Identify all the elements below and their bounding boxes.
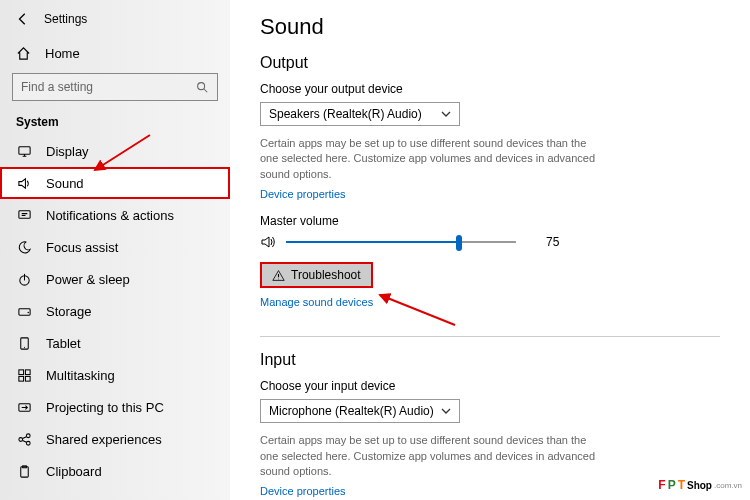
output-heading: Output [260,54,720,72]
master-volume-label: Master volume [260,214,720,228]
sound-icon [260,234,276,250]
sidebar-item-storage[interactable]: Storage [0,295,230,327]
display-icon [16,143,32,159]
search-input[interactable]: Find a setting [12,73,218,101]
sidebar-item-power-sleep[interactable]: Power & sleep [0,263,230,295]
troubleshoot-button[interactable]: Troubleshoot [260,262,373,288]
home-label: Home [45,46,80,61]
clip-icon [16,463,32,479]
sidebar-item-tablet[interactable]: Tablet [0,327,230,359]
share-icon [16,431,32,447]
svg-point-0 [198,83,205,90]
svg-point-14 [26,433,30,437]
sidebar-item-label: Notifications & actions [46,208,174,223]
slider-fill [286,241,459,243]
svg-rect-10 [18,376,23,381]
page-title: Sound [260,14,720,40]
sidebar-item-label: Shared experiences [46,432,162,447]
svg-rect-1 [18,146,29,154]
chevron-down-icon [441,406,451,416]
volume-slider[interactable] [286,241,516,243]
bell-icon [16,207,32,223]
sidebar-item-display[interactable]: Display [0,135,230,167]
drive-icon [16,303,32,319]
sound-icon [16,175,32,191]
section-label: System [0,115,230,135]
back-row[interactable]: Settings [0,8,230,38]
moon-icon [16,239,32,255]
back-icon [16,12,30,26]
sidebar-item-label: Clipboard [46,464,102,479]
chevron-down-icon [441,109,451,119]
sidebar-item-label: Tablet [46,336,81,351]
sidebar-item-sound[interactable]: Sound [0,167,230,199]
sidebar-item-label: Display [46,144,89,159]
input-desc: Certain apps may be set up to use differ… [260,433,600,479]
warning-icon [272,269,285,282]
svg-point-15 [26,441,30,445]
settings-title: Settings [44,12,87,26]
output-device-value: Speakers (Realtek(R) Audio) [269,107,422,121]
output-device-dropdown[interactable]: Speakers (Realtek(R) Audio) [260,102,460,126]
sidebar-item-label: Focus assist [46,240,118,255]
volume-value: 75 [546,235,559,249]
main-content: Sound Output Choose your output device S… [230,0,750,500]
output-desc: Certain apps may be set up to use differ… [260,136,600,182]
output-device-properties-link[interactable]: Device properties [260,188,346,200]
sidebar: Settings Home Find a setting System Disp… [0,0,230,500]
input-device-value: Microphone (Realtek(R) Audio) [269,404,434,418]
svg-rect-8 [18,369,23,374]
svg-rect-2 [18,210,29,218]
manage-sound-devices-link[interactable]: Manage sound devices [260,296,373,308]
multi-icon [16,367,32,383]
tablet-icon [16,335,32,351]
search-icon [195,80,209,94]
sidebar-item-label: Sound [46,176,84,191]
nav-list: DisplaySoundNotifications & actionsFocus… [0,135,230,500]
sidebar-item-label: Power & sleep [46,272,130,287]
sidebar-item-focus-assist[interactable]: Focus assist [0,231,230,263]
sidebar-item-projecting-to-this-pc[interactable]: Projecting to this PC [0,391,230,423]
output-choose-label: Choose your output device [260,82,720,96]
svg-rect-16 [20,466,28,476]
sidebar-item-label: Storage [46,304,92,319]
search-placeholder: Find a setting [21,80,93,94]
troubleshoot-label: Troubleshoot [291,268,361,282]
home-icon [16,46,31,61]
svg-point-5 [27,311,29,313]
sidebar-item-clipboard[interactable]: Clipboard [0,455,230,487]
input-device-properties-link[interactable]: Device properties [260,485,346,497]
sidebar-item-notifications-actions[interactable]: Notifications & actions [0,199,230,231]
sidebar-item-shared-experiences[interactable]: Shared experiences [0,423,230,455]
volume-row: 75 [260,234,720,250]
watermark: F P T Shop .com.vn [658,478,742,492]
project-icon [16,399,32,415]
svg-point-7 [23,346,24,347]
svg-rect-11 [25,376,30,381]
svg-point-13 [18,437,22,441]
sidebar-item-label: Multitasking [46,368,115,383]
home-row[interactable]: Home [0,38,230,73]
input-device-dropdown[interactable]: Microphone (Realtek(R) Audio) [260,399,460,423]
input-heading: Input [260,351,720,369]
power-icon [16,271,32,287]
divider [260,336,720,337]
input-choose-label: Choose your input device [260,379,720,393]
sidebar-item-multitasking[interactable]: Multitasking [0,359,230,391]
sidebar-item-label: Projecting to this PC [46,400,164,415]
svg-rect-9 [25,369,30,374]
slider-thumb[interactable] [456,235,462,251]
